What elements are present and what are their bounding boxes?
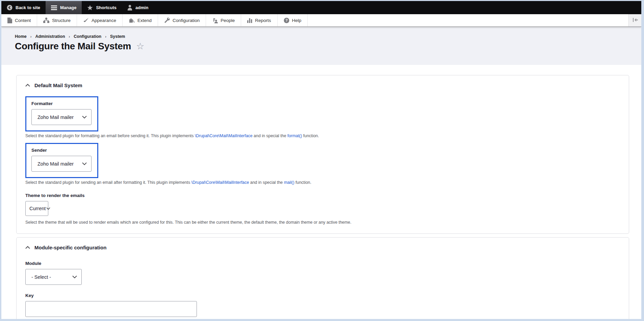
page-header-banner: Home › Administration › Configuration › … bbox=[1, 27, 641, 65]
fieldset-legend-text: Module-specific configuration bbox=[34, 245, 106, 250]
sitemap-icon bbox=[43, 18, 49, 23]
shortcuts-label: Shortcuts bbox=[96, 5, 117, 10]
theme-field: Theme to render the emails Current Selec… bbox=[25, 193, 620, 225]
svg-text:?: ? bbox=[285, 18, 288, 22]
menu-item-label: People bbox=[221, 18, 235, 23]
menu-item-label: Content bbox=[15, 18, 31, 23]
fieldset-legend-default[interactable]: Default Mail System bbox=[25, 82, 620, 88]
shortcuts-tab[interactable]: Shortcuts bbox=[82, 1, 122, 14]
chevron-down-icon bbox=[72, 275, 77, 278]
mailinterface-link[interactable]: \Drupal\Core\Mail\MailInterface bbox=[191, 180, 249, 185]
menu-item-extend[interactable]: Extend bbox=[123, 14, 158, 26]
breadcrumb-home[interactable]: Home bbox=[15, 34, 27, 39]
mailinterface-link[interactable]: \Drupal\Core\Mail\MailInterface bbox=[195, 133, 253, 138]
manage-tab[interactable]: Manage bbox=[46, 1, 82, 14]
formatter-select[interactable]: Zoho Mail mailer bbox=[31, 109, 92, 125]
tray-spacer bbox=[308, 14, 628, 26]
formatter-label: Formatter bbox=[31, 101, 92, 106]
menu-item-configuration[interactable]: Configuration bbox=[158, 14, 206, 26]
menu-item-label: Configuration bbox=[173, 18, 200, 23]
bar-chart-icon bbox=[247, 18, 252, 23]
people-icon bbox=[212, 18, 218, 23]
user-label: admin bbox=[135, 5, 148, 10]
breadcrumb-configuration[interactable]: Configuration bbox=[74, 34, 101, 39]
star-outline-icon[interactable]: ☆ bbox=[136, 42, 144, 51]
user-icon bbox=[127, 5, 132, 10]
hamburger-icon bbox=[51, 5, 57, 10]
collapse-left-icon bbox=[633, 17, 638, 23]
key-field: Key The key is used to identify specific… bbox=[25, 293, 620, 321]
paintbrush-icon bbox=[83, 18, 89, 23]
module-label: Module bbox=[25, 261, 620, 266]
star-icon bbox=[87, 5, 93, 10]
chevron-down-icon bbox=[46, 207, 50, 210]
breadcrumb-system[interactable]: System bbox=[110, 34, 125, 39]
page-title: Configure the Mail System bbox=[15, 41, 131, 52]
menu-item-content[interactable]: Content bbox=[1, 14, 37, 26]
user-menu[interactable]: admin bbox=[122, 1, 154, 14]
fieldset-module-specific: Module-specific configuration Module - S… bbox=[16, 237, 629, 321]
menu-item-label: Structure bbox=[52, 18, 71, 23]
chevron-up-icon bbox=[25, 246, 30, 249]
mail-function-link[interactable]: mail() bbox=[284, 180, 294, 185]
sender-label: Sender bbox=[31, 148, 92, 153]
description-text: function. bbox=[294, 180, 311, 185]
sender-select-value: Zoho Mail mailer bbox=[37, 161, 74, 167]
admin-menu-tray: Content Structure Appearance Extend Conf… bbox=[1, 14, 641, 27]
breadcrumb: Home › Administration › Configuration › … bbox=[15, 34, 628, 39]
back-to-site-label: Back to site bbox=[16, 5, 40, 10]
module-select-value: - Select - bbox=[31, 274, 51, 280]
sender-description: Select the standard plugin for sending a… bbox=[25, 180, 498, 185]
description-text: and in special the bbox=[253, 133, 287, 138]
toolbar-collapse-button[interactable] bbox=[628, 14, 641, 26]
format-function-link[interactable]: format() bbox=[287, 133, 302, 138]
menu-item-label: Help bbox=[292, 18, 302, 23]
fieldset-legend-text: Default Mail System bbox=[34, 82, 82, 88]
fieldset-default-mail-system: Default Mail System Formatter Zoho Mail … bbox=[16, 75, 629, 234]
menu-item-appearance[interactable]: Appearance bbox=[77, 14, 123, 26]
description-text: Select the standard plugin for formattin… bbox=[25, 133, 195, 138]
theme-description: Select the theme that will be used to re… bbox=[25, 220, 498, 225]
module-field: Module - Select - bbox=[25, 261, 620, 285]
menu-item-label: Appearance bbox=[92, 18, 116, 23]
description-text: and in special the bbox=[249, 180, 284, 185]
menu-item-reports[interactable]: Reports bbox=[241, 14, 277, 26]
chevron-up-icon bbox=[25, 84, 30, 87]
key-input[interactable] bbox=[25, 301, 197, 317]
description-text: function. bbox=[302, 133, 319, 138]
theme-select-value: Current bbox=[29, 206, 46, 211]
wrench-icon bbox=[164, 18, 170, 23]
description-text: Select the standard plugin for sending a… bbox=[25, 180, 191, 185]
question-icon: ? bbox=[284, 18, 289, 23]
sender-select[interactable]: Zoho Mail mailer bbox=[31, 156, 92, 172]
theme-select[interactable]: Current bbox=[25, 201, 48, 216]
breadcrumb-separator: › bbox=[30, 34, 32, 39]
breadcrumb-administration[interactable]: Administration bbox=[35, 34, 65, 39]
formatter-highlight-box: Formatter Zoho Mail mailer bbox=[25, 96, 98, 131]
admin-toolbar: Back to site Manage Shortcuts admin bbox=[1, 1, 641, 14]
document-icon bbox=[7, 18, 12, 23]
key-label: Key bbox=[25, 293, 620, 298]
menu-item-label: Reports bbox=[255, 18, 271, 23]
breadcrumb-separator: › bbox=[105, 34, 106, 39]
theme-label: Theme to render the emails bbox=[25, 193, 620, 198]
back-to-site-button[interactable]: Back to site bbox=[1, 1, 46, 14]
main-content: Default Mail System Formatter Zoho Mail … bbox=[1, 65, 641, 321]
chevron-down-icon bbox=[82, 116, 87, 119]
chevron-down-icon bbox=[82, 162, 87, 165]
module-select[interactable]: - Select - bbox=[25, 269, 82, 285]
breadcrumb-separator: › bbox=[69, 34, 70, 39]
menu-item-structure[interactable]: Structure bbox=[37, 14, 77, 26]
back-arrow-icon bbox=[7, 5, 12, 10]
menu-item-help[interactable]: ? Help bbox=[278, 14, 308, 26]
manage-label: Manage bbox=[60, 5, 76, 10]
menu-item-people[interactable]: People bbox=[206, 14, 241, 26]
menu-item-label: Extend bbox=[137, 18, 152, 23]
sender-highlight-box: Sender Zoho Mail mailer bbox=[25, 143, 98, 178]
formatter-description: Select the standard plugin for formattin… bbox=[25, 133, 498, 138]
formatter-select-value: Zoho Mail mailer bbox=[37, 115, 74, 120]
puzzle-icon bbox=[129, 18, 135, 23]
fieldset-legend-module[interactable]: Module-specific configuration bbox=[25, 245, 620, 250]
